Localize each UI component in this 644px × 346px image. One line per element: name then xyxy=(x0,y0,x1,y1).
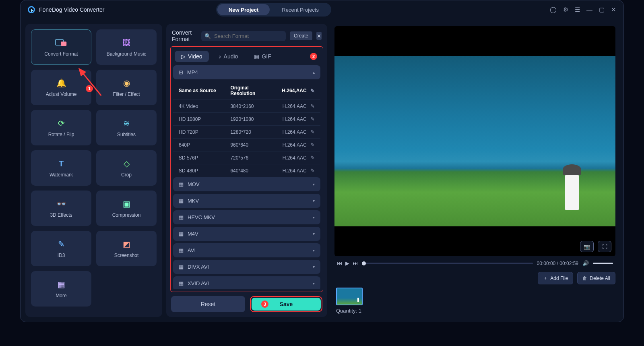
search-format[interactable]: 🔍 xyxy=(201,31,286,41)
add-file-label: Add File xyxy=(550,276,568,281)
sidebar-item-label: Compression xyxy=(112,212,141,218)
format-icon: ▦ xyxy=(179,247,184,253)
volume-slider[interactable] xyxy=(593,263,613,264)
prev-icon[interactable]: ⏮ xyxy=(337,260,342,266)
watermark-icon: T xyxy=(55,158,67,169)
format-avi[interactable]: ▦AVI▾ xyxy=(173,243,320,257)
sidebar-item-background-music[interactable]: 🖼 Background Music xyxy=(96,29,157,65)
resolution-codec: H.264,AAC xyxy=(274,104,307,109)
resolution-codec: H.264,AAC xyxy=(274,168,307,174)
edit-icon[interactable]: ✎ xyxy=(307,103,315,109)
seek-bar[interactable] xyxy=(362,263,533,264)
maximize-icon[interactable]: ▢ xyxy=(599,6,605,13)
sidebar-item-label: Background Music xyxy=(107,51,147,57)
sidebar-item-label: Rotate / Flip xyxy=(48,132,74,137)
edit-icon[interactable]: ✎ xyxy=(307,129,315,135)
edit-icon[interactable]: ✎ xyxy=(307,155,315,161)
sidebar-item-label: Screenshot xyxy=(114,253,139,258)
sidebar-item-rotate-flip[interactable]: ⟳ Rotate / Flip xyxy=(31,110,91,145)
menu-icon[interactable]: ☰ xyxy=(575,6,580,13)
reset-button[interactable]: Reset xyxy=(171,296,245,312)
resolution-name: SD 480P xyxy=(179,168,230,174)
resolution-row[interactable]: 4K Video3840*2160H.264,AAC✎ xyxy=(173,100,320,113)
edit-icon[interactable]: ✎ xyxy=(307,142,315,148)
compress-icon: ▣ xyxy=(120,199,132,209)
3d-icon: 👓 xyxy=(55,199,67,209)
panel-close-icon[interactable]: ✕ xyxy=(316,32,322,40)
resolution-size: 960*640 xyxy=(230,142,274,148)
close-icon[interactable]: ✕ xyxy=(611,6,616,13)
format-label: MP4 xyxy=(187,69,198,75)
sidebar-item-3d-effects[interactable]: 👓 3D Effects xyxy=(31,191,91,226)
app-logo-icon xyxy=(28,6,35,13)
snapshot-icon[interactable]: 📷 xyxy=(580,241,594,252)
tab-video[interactable]: ▷ Video xyxy=(175,51,209,62)
sidebar-item-filter-effect[interactable]: ◉ Filter / Effect xyxy=(96,70,157,105)
tab-new-project[interactable]: New Project xyxy=(217,4,270,15)
tab-gif[interactable]: ▦ GIF xyxy=(248,51,277,62)
format-mov[interactable]: ▦MOV▾ xyxy=(173,177,320,191)
sidebar-item-crop[interactable]: ◇ Crop xyxy=(96,150,157,186)
resolution-row[interactable]: 640P960*640H.264,AAC✎ xyxy=(173,139,320,151)
seek-handle[interactable] xyxy=(362,261,366,265)
chevron-down-icon: ▾ xyxy=(313,182,315,186)
format-divx-avi[interactable]: ▦DIVX AVI▾ xyxy=(173,260,320,274)
resolution-row[interactable]: HD 720P1280*720H.264,AAC✎ xyxy=(173,126,320,139)
fullscreen-icon[interactable]: ⛶ xyxy=(598,241,611,252)
edit-icon[interactable]: ✎ xyxy=(307,116,315,122)
sidebar-item-compression[interactable]: ▣ Compression xyxy=(96,191,157,226)
audio-icon: ♪ xyxy=(219,53,221,60)
create-button[interactable]: Create xyxy=(290,31,312,40)
minimize-icon[interactable]: — xyxy=(586,6,592,13)
chevron-down-icon: ▾ xyxy=(313,265,315,269)
format-icon: ⊞ xyxy=(179,69,183,75)
format-label: AVI xyxy=(188,247,196,253)
format-icon: ▦ xyxy=(179,214,184,220)
search-input[interactable] xyxy=(213,33,283,39)
volume-icon: 🔔 xyxy=(55,78,67,88)
sidebar-item-subtitles[interactable]: ≋ Subtitles xyxy=(96,110,157,145)
format-mp4[interactable]: ⊞ MP4 ▴ xyxy=(173,65,320,79)
resolution-row[interactable]: Same as SourceOriginal ResolutionH.264,A… xyxy=(173,82,320,100)
sidebar-item-more[interactable]: ▦ More xyxy=(31,271,91,307)
sidebar-item-convert-format[interactable]: Convert Format xyxy=(31,29,91,65)
format-label: XVID AVI xyxy=(188,280,209,286)
clip-thumbnail[interactable] xyxy=(336,288,363,305)
tab-recent-projects[interactable]: Recent Projects xyxy=(270,4,330,15)
resolution-size: 1920*1080 xyxy=(230,116,274,122)
resolution-size: Original Resolution xyxy=(230,85,274,96)
play-icon[interactable]: ▶ xyxy=(345,260,349,266)
subtitles-icon: ≋ xyxy=(120,118,132,128)
format-xvid-avi[interactable]: ▦XVID AVI▾ xyxy=(173,276,320,289)
resolution-size: 720*576 xyxy=(230,155,274,161)
settings-icon[interactable]: ⚙ xyxy=(563,6,568,13)
format-mkv[interactable]: ▦MKV▾ xyxy=(173,194,320,208)
resolution-row[interactable]: HD 1080P1920*1080H.264,AAC✎ xyxy=(173,113,320,126)
annotation-frame-formats: ▷ Video ♪ Audio ▦ GIF 2 ⊞ xyxy=(170,46,323,292)
add-file-button[interactable]: ＋Add File xyxy=(538,272,573,284)
save-button[interactable]: 3 Save xyxy=(252,298,321,311)
sidebar-item-watermark[interactable]: T Watermark xyxy=(31,150,91,186)
delete-all-button[interactable]: 🗑Delete All xyxy=(577,272,615,284)
edit-icon[interactable]: ✎ xyxy=(307,88,315,94)
format-label: MOV xyxy=(188,181,200,187)
id3-icon: ✎ xyxy=(55,239,67,249)
sidebar-item-screenshot[interactable]: ◩ Screenshot xyxy=(96,231,157,266)
resolution-row[interactable]: SD 480P640*480H.264,AAC✎ xyxy=(173,164,320,177)
resolution-row[interactable]: SD 576P720*576H.264,AAC✎ xyxy=(173,151,320,164)
format-m4v[interactable]: ▦M4V▾ xyxy=(173,227,320,241)
edit-icon[interactable]: ✎ xyxy=(307,168,315,174)
video-preview[interactable]: 📷 ⛶ xyxy=(334,26,615,256)
format-list[interactable]: ⊞ MP4 ▴ Same as SourceOriginal Resolutio… xyxy=(173,65,320,289)
volume-icon[interactable]: 🔊 xyxy=(582,260,589,266)
tab-audio[interactable]: ♪ Audio xyxy=(212,51,245,62)
format-hevc-mkv[interactable]: ▦HEVC MKV▾ xyxy=(173,210,320,224)
sidebar-item-id3[interactable]: ✎ ID3 xyxy=(31,231,91,266)
gif-icon: ▦ xyxy=(254,53,259,60)
format-label: M4V xyxy=(188,231,198,237)
account-icon[interactable]: ◯ xyxy=(550,6,557,13)
sidebar-item-adjust-volume[interactable]: 🔔 Adjust Volume xyxy=(31,70,91,105)
next-icon[interactable]: ⏭ xyxy=(353,260,358,266)
format-icon: ▦ xyxy=(179,231,184,237)
tab-label: Video xyxy=(188,53,202,60)
